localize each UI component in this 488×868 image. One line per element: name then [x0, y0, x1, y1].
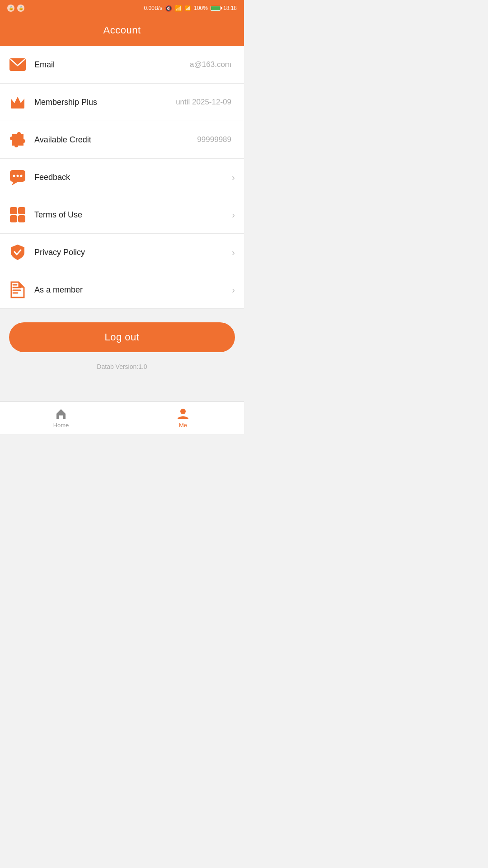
svg-point-5 [17, 175, 19, 177]
feedback-icon [9, 169, 26, 186]
svg-rect-8 [18, 207, 25, 214]
nav-item-me[interactable]: Me [122, 402, 244, 434]
home-icon [55, 407, 67, 420]
bottom-navigation: Home Me [0, 401, 244, 434]
feedback-label: Feedback [34, 173, 232, 182]
svg-rect-2 [11, 107, 24, 108]
time-display: 18:18 [223, 5, 237, 11]
wifi-icon: 📶 [175, 5, 182, 12]
feedback-chevron: › [232, 172, 235, 183]
crown-icon [9, 94, 26, 111]
nav-item-home[interactable]: Home [0, 402, 122, 434]
status-right: 0.00B/s 🔇 📶 📶 100% 18:18 [144, 5, 237, 12]
me-nav-label: Me [179, 422, 187, 429]
version-info: Datab Version:1.0 [9, 363, 235, 375]
logout-button[interactable]: Log out [9, 322, 235, 352]
terms-icon [9, 206, 26, 223]
battery-icon [211, 6, 221, 11]
status-left: 🔒 🔒 [7, 5, 24, 12]
notification-icon-1: 🔒 [7, 5, 14, 12]
email-value: a@163.com [190, 60, 231, 69]
signal-icon: 📶 [185, 5, 191, 11]
terms-chevron: › [232, 210, 235, 220]
svg-point-6 [20, 175, 23, 177]
credit-label: Available Credit [34, 135, 197, 145]
page-title: Account [103, 24, 141, 36]
svg-rect-7 [10, 207, 17, 214]
page-header: Account [0, 16, 244, 46]
mute-icon: 🔇 [165, 5, 172, 12]
email-label: Email [34, 60, 190, 70]
action-section: Log out Datab Version:1.0 [0, 309, 244, 384]
membership-value: until 2025-12-09 [176, 98, 231, 107]
menu-item-terms[interactable]: Terms of Use › [0, 196, 244, 234]
privacy-label: Privacy Policy [34, 248, 232, 257]
membership-label: Membership Plus [34, 98, 176, 107]
menu-item-member[interactable]: As a member › [0, 271, 244, 309]
svg-rect-9 [10, 215, 17, 222]
network-speed: 0.00B/s [144, 5, 163, 11]
menu-list: Email a@163.com Membership Plus until 20… [0, 46, 244, 309]
menu-item-privacy[interactable]: Privacy Policy › [0, 234, 244, 271]
member-chevron: › [232, 285, 235, 295]
battery-percent: 100% [194, 5, 208, 11]
credit-value: 99999989 [197, 135, 231, 144]
svg-point-11 [180, 409, 186, 414]
status-bar: 🔒 🔒 0.00B/s 🔇 📶 📶 100% 18:18 [0, 0, 244, 16]
menu-item-email[interactable]: Email a@163.com [0, 46, 244, 84]
shield-icon [9, 244, 26, 261]
puzzle-icon [9, 131, 26, 148]
menu-item-feedback[interactable]: Feedback › [0, 159, 244, 196]
svg-rect-10 [18, 215, 25, 222]
privacy-chevron: › [232, 247, 235, 258]
svg-point-4 [13, 175, 15, 177]
menu-item-credit[interactable]: Available Credit 99999989 [0, 121, 244, 159]
me-icon [177, 407, 189, 420]
svg-marker-1 [11, 97, 24, 107]
member-label: As a member [34, 285, 232, 295]
member-icon [9, 281, 26, 298]
notification-icon-2: 🔒 [17, 5, 24, 12]
home-nav-label: Home [53, 422, 69, 429]
terms-label: Terms of Use [34, 210, 232, 220]
menu-item-membership[interactable]: Membership Plus until 2025-12-09 [0, 84, 244, 121]
email-icon [9, 56, 26, 73]
